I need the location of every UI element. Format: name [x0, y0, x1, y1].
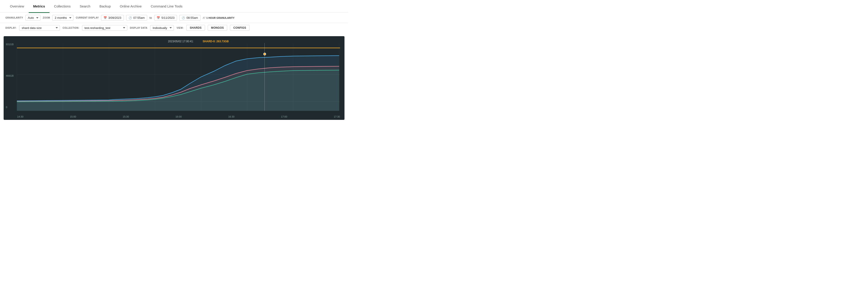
- chart-svg: [4, 36, 344, 120]
- x-label-3: 16:00: [176, 115, 182, 118]
- tab-online-archive[interactable]: Online Archive: [115, 0, 146, 13]
- tab-collections[interactable]: Collections: [50, 0, 75, 13]
- granularity-info: AT 1 HOUR GRANULARITY: [203, 17, 235, 19]
- time-from-value: 07:55am: [133, 16, 145, 20]
- tab-metrics[interactable]: Metrics: [29, 0, 50, 13]
- date-from-value: 3/09/2023: [108, 16, 121, 20]
- time-to-pill[interactable]: 🕐 08:55am: [179, 15, 200, 21]
- display-select[interactable]: shard data size: [19, 25, 60, 31]
- controls-row-1: GRANULARITY Auto ZOOM 2 months CURRENT D…: [0, 13, 348, 23]
- top-navigation: Overview Metrics Collections Search Back…: [0, 0, 348, 13]
- display-label: DISPLAY:: [5, 27, 17, 29]
- view-shards-button[interactable]: SHARDS: [186, 25, 205, 31]
- date-to-pill[interactable]: 📅 5/11/2023: [154, 15, 177, 21]
- x-label-4: 16:30: [228, 115, 235, 118]
- tab-backup[interactable]: Backup: [95, 0, 115, 13]
- current-display-label: CURRENT DISPLAY: [76, 17, 99, 19]
- x-label-1: 15:00: [70, 115, 76, 118]
- zoom-label: ZOOM: [43, 17, 50, 19]
- crosshair-line: [265, 43, 265, 111]
- calendar-icon-to: 📅: [157, 16, 160, 20]
- granularity-select[interactable]: Auto: [25, 15, 40, 21]
- x-axis-labels: 14:30 15:00 15:30 16:00 16:30 17:00 17:3…: [17, 115, 340, 118]
- tab-overview[interactable]: Overview: [5, 0, 29, 13]
- x-label-6: 17:30: [334, 115, 340, 118]
- zoom-select[interactable]: 2 months: [52, 15, 73, 21]
- crosshair-dot: [264, 53, 266, 55]
- view-configs-button[interactable]: CONFIGS: [230, 25, 250, 31]
- time-to-value: 08:55am: [186, 16, 198, 20]
- x-label-0: 14:30: [17, 115, 24, 118]
- granularity-label: GRANULARITY: [5, 17, 23, 19]
- date-from-pill[interactable]: 📅 3/09/2023: [101, 15, 124, 21]
- tab-search[interactable]: Search: [75, 0, 95, 13]
- date-to-value: 5/11/2023: [161, 16, 175, 20]
- collection-select[interactable]: test.resharding_test: [82, 25, 127, 31]
- clock-icon-from: 🕐: [129, 16, 132, 20]
- collection-label: COLLECTION:: [63, 27, 79, 29]
- controls-row-2: DISPLAY: shard data size COLLECTION: tes…: [0, 23, 348, 33]
- to-separator: to: [149, 16, 152, 20]
- metrics-chart: 2023/05/02 17:00:41: SHARD-0: 263.73GB 9…: [4, 36, 344, 120]
- clock-icon-to: 🕐: [182, 16, 185, 20]
- x-label-5: 17:00: [281, 115, 287, 118]
- calendar-icon-from: 📅: [103, 16, 107, 20]
- x-label-2: 15:30: [123, 115, 129, 118]
- tab-command-line-tools[interactable]: Command Line Tools: [146, 0, 187, 13]
- display-data-select[interactable]: Individually: [150, 25, 174, 31]
- view-label: VIEW:: [177, 27, 184, 29]
- time-from-pill[interactable]: 🕐 07:55am: [126, 15, 147, 21]
- display-data-label: DISPLAY DATA: [130, 27, 147, 29]
- view-mongos-button[interactable]: MONGOS: [208, 25, 227, 31]
